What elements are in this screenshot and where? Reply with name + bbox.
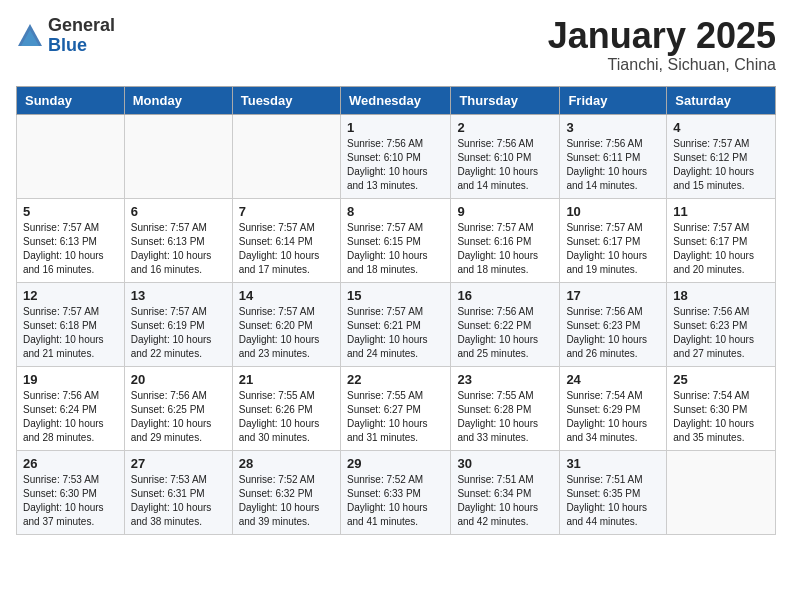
calendar-day-cell: 9Sunrise: 7:57 AM Sunset: 6:16 PM Daylig… (451, 198, 560, 282)
day-info: Sunrise: 7:53 AM Sunset: 6:31 PM Dayligh… (131, 473, 226, 529)
calendar-day-cell: 10Sunrise: 7:57 AM Sunset: 6:17 PM Dayli… (560, 198, 667, 282)
day-info: Sunrise: 7:57 AM Sunset: 6:18 PM Dayligh… (23, 305, 118, 361)
day-number: 25 (673, 372, 769, 387)
calendar-day-cell: 19Sunrise: 7:56 AM Sunset: 6:24 PM Dayli… (17, 366, 125, 450)
day-info: Sunrise: 7:55 AM Sunset: 6:28 PM Dayligh… (457, 389, 553, 445)
logo-general: General (48, 16, 115, 36)
calendar-day-cell: 1Sunrise: 7:56 AM Sunset: 6:10 PM Daylig… (340, 114, 450, 198)
day-number: 21 (239, 372, 334, 387)
day-info: Sunrise: 7:57 AM Sunset: 6:13 PM Dayligh… (131, 221, 226, 277)
day-of-week-header: Thursday (451, 86, 560, 114)
day-number: 10 (566, 204, 660, 219)
calendar-table: SundayMondayTuesdayWednesdayThursdayFrid… (16, 86, 776, 535)
calendar-day-cell: 4Sunrise: 7:57 AM Sunset: 6:12 PM Daylig… (667, 114, 776, 198)
title-block: January 2025 Tianchi, Sichuan, China (548, 16, 776, 74)
day-number: 24 (566, 372, 660, 387)
calendar-day-cell: 18Sunrise: 7:56 AM Sunset: 6:23 PM Dayli… (667, 282, 776, 366)
day-info: Sunrise: 7:56 AM Sunset: 6:23 PM Dayligh… (566, 305, 660, 361)
calendar-day-cell: 29Sunrise: 7:52 AM Sunset: 6:33 PM Dayli… (340, 450, 450, 534)
calendar-week-row: 1Sunrise: 7:56 AM Sunset: 6:10 PM Daylig… (17, 114, 776, 198)
day-number: 9 (457, 204, 553, 219)
day-number: 15 (347, 288, 444, 303)
day-info: Sunrise: 7:57 AM Sunset: 6:16 PM Dayligh… (457, 221, 553, 277)
day-info: Sunrise: 7:55 AM Sunset: 6:27 PM Dayligh… (347, 389, 444, 445)
day-number: 12 (23, 288, 118, 303)
calendar-day-cell (667, 450, 776, 534)
day-number: 6 (131, 204, 226, 219)
day-info: Sunrise: 7:57 AM Sunset: 6:21 PM Dayligh… (347, 305, 444, 361)
logo: General Blue (16, 16, 115, 56)
day-number: 7 (239, 204, 334, 219)
calendar-day-cell: 25Sunrise: 7:54 AM Sunset: 6:30 PM Dayli… (667, 366, 776, 450)
calendar-day-cell (17, 114, 125, 198)
day-number: 13 (131, 288, 226, 303)
day-info: Sunrise: 7:51 AM Sunset: 6:35 PM Dayligh… (566, 473, 660, 529)
day-of-week-header: Wednesday (340, 86, 450, 114)
day-info: Sunrise: 7:57 AM Sunset: 6:13 PM Dayligh… (23, 221, 118, 277)
calendar-week-row: 19Sunrise: 7:56 AM Sunset: 6:24 PM Dayli… (17, 366, 776, 450)
calendar-day-cell: 14Sunrise: 7:57 AM Sunset: 6:20 PM Dayli… (232, 282, 340, 366)
day-info: Sunrise: 7:56 AM Sunset: 6:25 PM Dayligh… (131, 389, 226, 445)
day-info: Sunrise: 7:52 AM Sunset: 6:33 PM Dayligh… (347, 473, 444, 529)
day-number: 27 (131, 456, 226, 471)
day-number: 8 (347, 204, 444, 219)
day-info: Sunrise: 7:57 AM Sunset: 6:17 PM Dayligh… (566, 221, 660, 277)
day-info: Sunrise: 7:56 AM Sunset: 6:11 PM Dayligh… (566, 137, 660, 193)
calendar-day-cell: 8Sunrise: 7:57 AM Sunset: 6:15 PM Daylig… (340, 198, 450, 282)
day-info: Sunrise: 7:54 AM Sunset: 6:30 PM Dayligh… (673, 389, 769, 445)
day-of-week-header: Saturday (667, 86, 776, 114)
calendar-day-cell: 17Sunrise: 7:56 AM Sunset: 6:23 PM Dayli… (560, 282, 667, 366)
day-info: Sunrise: 7:56 AM Sunset: 6:10 PM Dayligh… (347, 137, 444, 193)
month-title: January 2025 (548, 16, 776, 56)
day-info: Sunrise: 7:57 AM Sunset: 6:14 PM Dayligh… (239, 221, 334, 277)
calendar-day-cell: 22Sunrise: 7:55 AM Sunset: 6:27 PM Dayli… (340, 366, 450, 450)
day-number: 16 (457, 288, 553, 303)
calendar-day-cell: 31Sunrise: 7:51 AM Sunset: 6:35 PM Dayli… (560, 450, 667, 534)
calendar-day-cell: 24Sunrise: 7:54 AM Sunset: 6:29 PM Dayli… (560, 366, 667, 450)
calendar-day-cell: 20Sunrise: 7:56 AM Sunset: 6:25 PM Dayli… (124, 366, 232, 450)
day-info: Sunrise: 7:56 AM Sunset: 6:22 PM Dayligh… (457, 305, 553, 361)
logo-icon (16, 22, 44, 50)
calendar-day-cell: 23Sunrise: 7:55 AM Sunset: 6:28 PM Dayli… (451, 366, 560, 450)
day-of-week-header: Tuesday (232, 86, 340, 114)
calendar-day-cell: 7Sunrise: 7:57 AM Sunset: 6:14 PM Daylig… (232, 198, 340, 282)
day-number: 17 (566, 288, 660, 303)
day-number: 22 (347, 372, 444, 387)
day-of-week-header: Friday (560, 86, 667, 114)
day-info: Sunrise: 7:55 AM Sunset: 6:26 PM Dayligh… (239, 389, 334, 445)
calendar-day-cell (124, 114, 232, 198)
day-number: 19 (23, 372, 118, 387)
day-info: Sunrise: 7:53 AM Sunset: 6:30 PM Dayligh… (23, 473, 118, 529)
day-info: Sunrise: 7:56 AM Sunset: 6:24 PM Dayligh… (23, 389, 118, 445)
logo-blue: Blue (48, 36, 115, 56)
calendar-day-cell: 13Sunrise: 7:57 AM Sunset: 6:19 PM Dayli… (124, 282, 232, 366)
day-number: 29 (347, 456, 444, 471)
day-number: 23 (457, 372, 553, 387)
calendar-day-cell: 27Sunrise: 7:53 AM Sunset: 6:31 PM Dayli… (124, 450, 232, 534)
calendar-day-cell: 21Sunrise: 7:55 AM Sunset: 6:26 PM Dayli… (232, 366, 340, 450)
day-number: 20 (131, 372, 226, 387)
day-number: 1 (347, 120, 444, 135)
calendar-day-cell: 2Sunrise: 7:56 AM Sunset: 6:10 PM Daylig… (451, 114, 560, 198)
day-info: Sunrise: 7:54 AM Sunset: 6:29 PM Dayligh… (566, 389, 660, 445)
day-number: 11 (673, 204, 769, 219)
calendar-day-cell: 26Sunrise: 7:53 AM Sunset: 6:30 PM Dayli… (17, 450, 125, 534)
calendar-day-cell: 30Sunrise: 7:51 AM Sunset: 6:34 PM Dayli… (451, 450, 560, 534)
day-info: Sunrise: 7:57 AM Sunset: 6:15 PM Dayligh… (347, 221, 444, 277)
day-info: Sunrise: 7:56 AM Sunset: 6:10 PM Dayligh… (457, 137, 553, 193)
day-info: Sunrise: 7:51 AM Sunset: 6:34 PM Dayligh… (457, 473, 553, 529)
location: Tianchi, Sichuan, China (548, 56, 776, 74)
calendar-day-cell: 5Sunrise: 7:57 AM Sunset: 6:13 PM Daylig… (17, 198, 125, 282)
calendar-week-row: 5Sunrise: 7:57 AM Sunset: 6:13 PM Daylig… (17, 198, 776, 282)
day-number: 3 (566, 120, 660, 135)
day-number: 5 (23, 204, 118, 219)
day-number: 4 (673, 120, 769, 135)
day-info: Sunrise: 7:57 AM Sunset: 6:12 PM Dayligh… (673, 137, 769, 193)
calendar-day-cell: 11Sunrise: 7:57 AM Sunset: 6:17 PM Dayli… (667, 198, 776, 282)
day-info: Sunrise: 7:56 AM Sunset: 6:23 PM Dayligh… (673, 305, 769, 361)
calendar-day-cell: 12Sunrise: 7:57 AM Sunset: 6:18 PM Dayli… (17, 282, 125, 366)
day-number: 14 (239, 288, 334, 303)
calendar-week-row: 26Sunrise: 7:53 AM Sunset: 6:30 PM Dayli… (17, 450, 776, 534)
day-number: 30 (457, 456, 553, 471)
calendar-day-cell: 28Sunrise: 7:52 AM Sunset: 6:32 PM Dayli… (232, 450, 340, 534)
